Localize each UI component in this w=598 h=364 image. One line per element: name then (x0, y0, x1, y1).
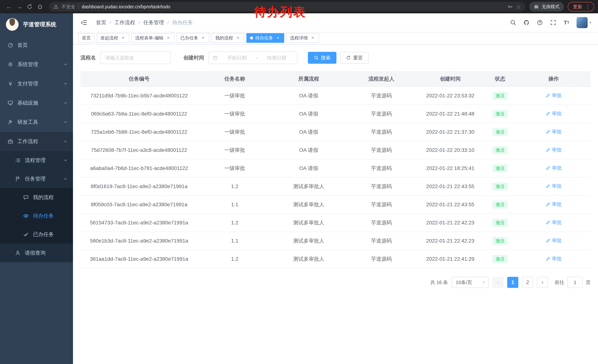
sidebar-item-done-task[interactable]: 已办任务 (0, 225, 73, 244)
update-label: 更新 (573, 4, 582, 10)
tab-done-task[interactable]: 已办任务× (177, 33, 209, 43)
cell-status: 激活 (483, 123, 517, 141)
page-button-2[interactable]: 2 (522, 277, 533, 288)
close-icon[interactable]: × (120, 35, 126, 40)
sidebar-item-task-management[interactable]: 任务管理 (0, 170, 73, 188)
approve-button[interactable]: 审批 (546, 183, 562, 189)
cell-created: 2022-01-22 21:48:48 (417, 105, 483, 123)
breadcrumb-item[interactable]: 任务管理 (143, 19, 164, 26)
sidebar-item-label: 基础设施 (17, 99, 38, 106)
page-size-select[interactable]: 10条/页 ▾ (452, 277, 489, 288)
search-button[interactable]: 搜索 (308, 52, 336, 64)
cell-task-name: 一级审批 (198, 123, 272, 141)
tab-process-form-edit[interactable]: 流程表单-编辑× (132, 33, 174, 43)
approve-button[interactable]: 审批 (546, 219, 562, 226)
page-button-1[interactable]: 1 (507, 277, 518, 288)
process-name-input[interactable] (100, 51, 171, 64)
browser-home-button[interactable] (35, 1, 45, 12)
sidebar-item-leave-query[interactable]: 请假查询 (0, 244, 73, 262)
close-icon[interactable]: × (235, 35, 241, 40)
fullscreen-button[interactable] (547, 16, 559, 29)
approve-button[interactable]: 审批 (546, 256, 562, 262)
browser-menu-icon[interactable]: ⋮ (585, 4, 590, 10)
prev-page-button[interactable]: ‹ (492, 277, 504, 288)
sidebar-item-infrastructure[interactable]: 基础设施 (0, 93, 73, 113)
close-icon[interactable]: × (200, 35, 206, 40)
sidebar-item-home[interactable]: 首页 (0, 36, 73, 55)
edit-icon (546, 166, 550, 170)
close-icon[interactable]: × (275, 35, 281, 40)
tab-todo-task[interactable]: 待办任务× (246, 33, 284, 43)
bookmark-star-icon[interactable]: ☆ (516, 4, 521, 10)
sidebar-toggle-button[interactable] (78, 17, 90, 29)
sidebar-item-payment[interactable]: ¥ 支付管理 (0, 74, 73, 93)
status-badge: 激活 (492, 128, 508, 136)
close-icon[interactable]: × (166, 35, 171, 40)
sidebar-item-process-management[interactable]: 流程管理 (0, 151, 73, 170)
breadcrumb-item[interactable]: 工作流程 (115, 19, 135, 26)
cell-action: 审批 (517, 177, 590, 195)
sidebar-item-workflow[interactable]: 工作流程 (0, 132, 73, 151)
cell-task-id: 8f059c03-7ac8-11ec-a9e2-a2380e71991a (80, 195, 198, 214)
tab-my-process[interactable]: 我的流程× (212, 33, 244, 43)
task-table: 任务编号 任务名称 所属流程 流程发起人 创建时间 状态 操作 73211d9d… (80, 71, 590, 268)
security-chip[interactable]: 不安全 (61, 4, 75, 10)
edit-icon (546, 147, 550, 152)
tab-home[interactable]: 首页 (78, 33, 94, 43)
reset-button[interactable]: 重置 (340, 52, 369, 64)
annotation-overlay: 待办列表 (254, 4, 306, 20)
user-menu[interactable]: ▾ (576, 17, 591, 28)
approve-button[interactable]: 审批 (546, 147, 562, 153)
cell-status: 激活 (483, 105, 517, 123)
browser-back-button[interactable]: ← (4, 1, 14, 12)
sidebar-item-my-process[interactable]: 我的流程 (0, 188, 73, 207)
cell-status: 激活 (483, 214, 517, 232)
end-date-placeholder[interactable]: 结束日期 (260, 55, 293, 61)
cell-action: 审批 (517, 214, 590, 232)
browser-forward-button[interactable]: → (14, 1, 25, 12)
cell-task-id: 381aa1dd-7ac8-11ec-a9e2-a2380e71991a (80, 250, 198, 268)
calendar-icon (213, 55, 218, 60)
breadcrumb-item[interactable]: 首页 (96, 19, 106, 26)
status-badge: 激活 (492, 255, 508, 263)
approve-button[interactable]: 审批 (546, 165, 562, 171)
sidebar-item-label: 工作流程 (17, 138, 38, 145)
cell-initiator: 芋道源码 (346, 159, 417, 177)
cell-task-id: 580e1b3d-7ac8-11ec-a9e2-a2380e71991a (80, 232, 198, 250)
approve-button[interactable]: 审批 (546, 110, 562, 117)
yen-icon: ¥ (8, 81, 13, 87)
close-icon[interactable]: × (310, 35, 315, 40)
sidebar-item-dev-tools[interactable]: 研发工具 (0, 113, 73, 132)
active-dot (250, 36, 253, 40)
table-row: 58154733-7ac8-11ec-a9e2-a2380e71991a 1.2… (80, 214, 590, 232)
table-row: 580e1b3d-7ac8-11ec-a9e2-a2380e71991a 1.1… (80, 232, 590, 250)
password-key-button[interactable] (507, 4, 513, 9)
help-button[interactable] (533, 16, 546, 29)
cell-process: 测试多审批人 (272, 177, 346, 195)
next-page-button[interactable]: › (537, 277, 548, 288)
app-logo[interactable]: 芋道管理系统 (0, 13, 73, 36)
update-button[interactable]: 更新 ⋮ (568, 2, 594, 11)
approve-button[interactable]: 审批 (546, 237, 562, 244)
cell-action: 审批 (517, 123, 590, 141)
github-button[interactable] (520, 16, 533, 29)
chevron-down-icon (63, 81, 68, 86)
approve-button[interactable]: 审批 (546, 201, 562, 208)
cell-task-name: 1.2 (198, 214, 272, 232)
tab-process-detail[interactable]: 流程详情× (286, 33, 319, 43)
col-initiator: 流程发起人 (346, 71, 417, 87)
sidebar-item-todo-task[interactable]: 待办任务 (0, 207, 73, 225)
font-size-button[interactable]: TT (560, 16, 573, 29)
approve-button[interactable]: 审批 (546, 129, 562, 135)
tab-start-process[interactable]: 发起流程× (97, 33, 129, 43)
approve-button[interactable]: 审批 (546, 92, 562, 99)
goto-page-input[interactable] (567, 277, 583, 288)
cell-process: OA 请假 (272, 123, 346, 141)
date-range-picker[interactable]: 开始日期 - 结束日期 (208, 51, 298, 64)
header-search-button[interactable] (507, 16, 519, 29)
start-date-placeholder[interactable]: 开始日期 (220, 55, 254, 61)
url-text[interactable]: dashboard.yudao.iocoder.cn/bpm/task/todo (82, 4, 170, 9)
edit-icon (546, 129, 550, 134)
browser-reload-button[interactable] (25, 1, 35, 12)
sidebar-item-system[interactable]: 系统管理 (0, 55, 73, 74)
